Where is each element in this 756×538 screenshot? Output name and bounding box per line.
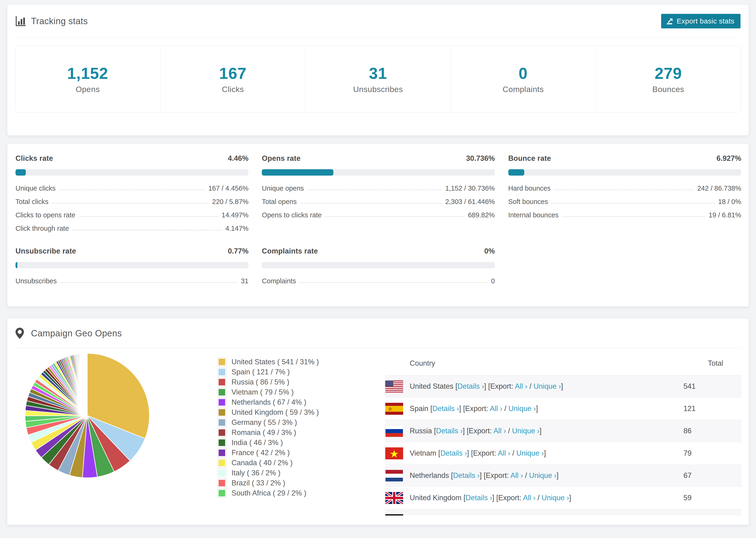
flag-gb-icon (385, 492, 403, 504)
rate-percent: 0% (484, 247, 495, 255)
legend-item-united-kingdom: United Kingdom ( 59 / 3% ) (217, 407, 335, 417)
stat-label: Clicks (222, 85, 244, 94)
export-unique-link[interactable]: Unique › (529, 471, 557, 480)
export-all-link[interactable]: All › (498, 449, 510, 457)
rate-detail-row: Opens to clicks rate689.82% (262, 206, 495, 219)
stat-value: 279 (655, 64, 682, 82)
rate-row-value: 31 (241, 277, 248, 285)
legend-item-russia: Russia ( 86 / 5% ) (217, 377, 335, 387)
dotted-leader (325, 216, 465, 217)
export-all-link[interactable]: All › (523, 494, 535, 502)
details-link[interactable]: Details › (465, 494, 492, 502)
progress-bar (262, 169, 495, 176)
total-column-header: Total (708, 359, 742, 368)
legend-swatch-icon (217, 448, 226, 457)
rate-row-label: Total opens (262, 198, 297, 206)
legend-swatch-icon (217, 388, 226, 397)
legend-item-brazil: Brazil ( 33 / 2% ) (217, 478, 335, 488)
tracking-stats-card: Tracking stats Export basic stats 1,152O… (7, 4, 749, 136)
export-unique-link[interactable]: Unique › (512, 427, 540, 435)
dotted-leader (60, 282, 238, 283)
details-link[interactable]: Details › (440, 449, 467, 457)
details-link[interactable]: Details › (458, 382, 484, 390)
country-row-text: Netherlands [Details ›] [Export: All › /… (410, 471, 559, 480)
rate-row-value: 1,152 / 30.736% (445, 185, 495, 192)
details-link[interactable]: Details › (432, 404, 459, 413)
progress-bar (508, 169, 741, 176)
geo-table-row-es: Spain [Details ›] [Export: All › / Uniqu… (385, 398, 742, 420)
legend-swatch-icon (217, 368, 226, 377)
rate-row-value: 689.82% (468, 211, 495, 219)
rate-row-value: 18 / 0% (718, 198, 741, 206)
country-total: 79 (683, 449, 742, 457)
country-name: United States (410, 382, 453, 390)
country-name: Netherlands (410, 471, 449, 480)
rate-block-opens-rate: Opens rate30.736%Unique opens1,152 / 30.… (262, 154, 495, 232)
legend-label: Germany ( 55 / 3% ) (232, 418, 297, 427)
rates-grid: Clicks rate4.46%Unique clicks167 / 4.456… (7, 144, 749, 306)
dotted-leader (554, 190, 694, 190)
rate-block-unsubscribe-rate: Unsubscribe rate0.77%Unsubscribes31 (16, 247, 248, 285)
tracking-stats-header: Tracking stats Export basic stats (7, 4, 749, 37)
geo-table-header: Country Total (385, 351, 742, 375)
legend-swatch-icon (217, 408, 226, 417)
stat-card-opens: 1,152Opens (15, 45, 160, 112)
details-link[interactable]: Details › (436, 427, 463, 435)
legend-swatch-icon (217, 357, 226, 366)
pie-slice[interactable] (87, 353, 87, 416)
stat-card-bounces: 279Bounces (596, 45, 741, 112)
rate-row-label: Unique clicks (16, 185, 56, 192)
rate-detail-row: Click through rate4.147% (16, 219, 248, 232)
legend-label: Russia ( 86 / 5% ) (232, 378, 289, 386)
export-all-link[interactable]: All › (494, 427, 506, 435)
export-unique-link[interactable]: Unique › (516, 449, 544, 457)
country-name: Vietnam (410, 449, 436, 457)
country-total: 121 (683, 404, 742, 413)
geo-pie-chart (16, 351, 158, 480)
stat-label: Unsubscribes (353, 85, 403, 94)
rate-row-value: 220 / 5.87% (212, 198, 249, 206)
dotted-leader (300, 203, 442, 203)
export-unique-link[interactable]: Unique › (508, 404, 536, 413)
rate-detail-row: Unsubscribes31 (16, 272, 248, 285)
country-name: Russia (410, 427, 432, 435)
country-total: 86 (683, 427, 742, 435)
legend-label: India ( 46 / 3% ) (232, 439, 283, 447)
flag-nl-icon (385, 470, 403, 482)
country-row-text: Spain [Details ›] [Export: All › / Uniqu… (410, 404, 538, 413)
geo-content: United States ( 541 / 31% )Spain ( 121 /… (7, 348, 749, 525)
export-all-link[interactable]: All › (511, 471, 523, 480)
legend-label: Vietnam ( 79 / 5% ) (232, 388, 294, 397)
geo-table-row-nl: Netherlands [Details ›] [Export: All › /… (385, 464, 742, 487)
country-row-text: United States [Details ›] [Export: All ›… (410, 382, 563, 391)
rate-detail-row: Total clicks220 / 5.87% (16, 192, 248, 206)
rate-detail-row: Internal bounces19 / 6.81% (508, 206, 741, 219)
export-unique-link[interactable]: Unique › (533, 382, 561, 390)
export-unique-link[interactable]: Unique › (542, 494, 569, 502)
export-basic-stats-button[interactable]: Export basic stats (661, 14, 740, 28)
rate-row-value: 0 (491, 277, 495, 285)
rate-detail-row: Unique opens1,152 / 30.736% (262, 179, 495, 192)
rate-block-clicks-rate: Clicks rate4.46%Unique clicks167 / 4.456… (16, 154, 248, 232)
export-all-link[interactable]: All › (490, 404, 502, 413)
country-row-text: Vietnam [Details ›] [Export: All › / Uni… (410, 449, 546, 457)
rate-percent: 6.927% (717, 154, 741, 163)
stat-value: 0 (519, 64, 528, 82)
rate-title: Clicks rate (16, 154, 53, 163)
legend-label: United Kingdom ( 59 / 3% ) (232, 408, 319, 417)
geo-legend: United States ( 541 / 31% )Spain ( 121 /… (217, 351, 335, 498)
geo-header: Campaign Geo Opens (7, 318, 749, 348)
rate-block-complaints-rate: Complaints rate0%Complaints0 (262, 247, 495, 285)
legend-swatch-icon (217, 378, 226, 387)
dotted-leader (299, 282, 488, 283)
stat-value: 31 (369, 64, 387, 82)
export-all-link[interactable]: All › (515, 382, 527, 390)
flag-vn-icon (385, 447, 403, 459)
rate-row-label: Total clicks (16, 198, 48, 206)
flag-ru-icon (385, 425, 403, 437)
stat-label: Bounces (652, 85, 684, 94)
country-total: 67 (683, 471, 742, 480)
rate-row-label: Clicks to opens rate (16, 211, 75, 219)
legend-item-romania: Romania ( 49 / 3% ) (217, 427, 335, 438)
details-link[interactable]: Details › (453, 471, 480, 480)
